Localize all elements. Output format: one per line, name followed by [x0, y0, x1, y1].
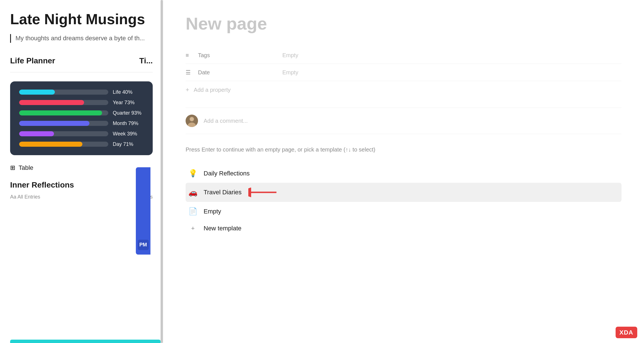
progress-label-month: Month 79%	[113, 121, 144, 126]
svg-point-3	[190, 117, 193, 121]
progress-row-life: Life 40%	[19, 89, 144, 95]
new-page-title: New page	[186, 14, 622, 34]
travel-diaries-icon: 🚗	[188, 188, 198, 197]
right-panel: New page ≡ Tags Empty ☰ Date Empty + Add…	[163, 0, 644, 343]
date-property-name: Date	[198, 69, 282, 76]
life-planner-title: Life Planner	[10, 56, 55, 65]
page-quote: My thoughts and dreams deserve a byte of…	[10, 34, 153, 43]
property-row-date[interactable]: ☰ Date Empty	[186, 64, 622, 81]
comment-placeholder: Add a comment...	[204, 118, 248, 124]
red-arrow	[248, 187, 282, 198]
progress-label-quarter: Quarter 93%	[113, 110, 144, 116]
all-entries-label: Aa All Entries	[10, 194, 40, 200]
table-label: Table	[19, 164, 33, 172]
progress-chart: Life 40% Year 73% Quarter 93% Month 79% …	[10, 81, 153, 155]
inner-reflections-title: Inner Reflections	[10, 181, 153, 190]
progress-label-year: Year 73%	[113, 100, 144, 106]
xda-watermark: XDA	[616, 329, 637, 336]
template-item-new-template[interactable]: + New template	[186, 221, 622, 236]
empty-page-icon: 📄	[188, 207, 198, 216]
table-icon: ⊞	[10, 164, 15, 172]
left-panel: Late Night Musings My thoughts and dream…	[0, 0, 163, 343]
travel-diaries-label: Travel Diaries	[204, 189, 242, 196]
progress-row-week: Week 39%	[19, 131, 144, 137]
pm-badge: PM	[138, 240, 149, 250]
tags-property-value: Empty	[282, 52, 298, 59]
cyan-bar	[10, 340, 161, 343]
date-icon: ☰	[186, 69, 193, 76]
progress-row-quarter: Quarter 93%	[19, 110, 144, 116]
template-item-daily-reflections[interactable]: 💡 Daily Reflections	[186, 165, 622, 182]
tags-icon: ≡	[186, 52, 193, 59]
new-template-label: New template	[204, 225, 242, 232]
page-title: Late Night Musings	[10, 11, 153, 27]
daily-reflections-icon: 💡	[188, 169, 198, 178]
add-property-plus-icon: +	[186, 86, 189, 93]
property-row-tags[interactable]: ≡ Tags Empty	[186, 47, 622, 64]
new-template-plus-icon: +	[188, 225, 198, 232]
template-item-empty[interactable]: 📄 Empty	[186, 203, 622, 220]
daily-reflections-label: Daily Reflections	[204, 170, 250, 177]
progress-label-day: Day 71%	[113, 141, 144, 147]
empty-label: Empty	[204, 208, 221, 215]
entries-row: Aa All Entries ≡ Tags	[10, 194, 153, 200]
travel-diaries-row: Travel Diaries	[204, 187, 282, 198]
tags-property-name: Tags	[198, 52, 282, 59]
hint-text: Press Enter to continue with an empty pa…	[186, 145, 622, 154]
progress-label-life: Life 40%	[113, 89, 144, 95]
table-section[interactable]: ⊞ Table	[10, 164, 153, 172]
xda-badge: XDA	[616, 327, 637, 338]
add-property-row[interactable]: + Add a property	[186, 81, 622, 99]
progress-row-year: Year 73%	[19, 100, 144, 106]
timer-title: Ti...	[139, 56, 153, 65]
progress-row-month: Month 79%	[19, 121, 144, 126]
add-property-label: Add a property	[194, 87, 231, 93]
comment-area[interactable]: Add a comment...	[186, 108, 622, 134]
progress-row-day: Day 71%	[19, 141, 144, 147]
avatar	[186, 115, 198, 127]
blue-box: PM	[136, 167, 150, 255]
progress-label-week: Week 39%	[113, 131, 144, 137]
date-property-value: Empty	[282, 69, 298, 76]
template-item-travel-diaries[interactable]: 🚗 Travel Diaries	[186, 183, 622, 202]
